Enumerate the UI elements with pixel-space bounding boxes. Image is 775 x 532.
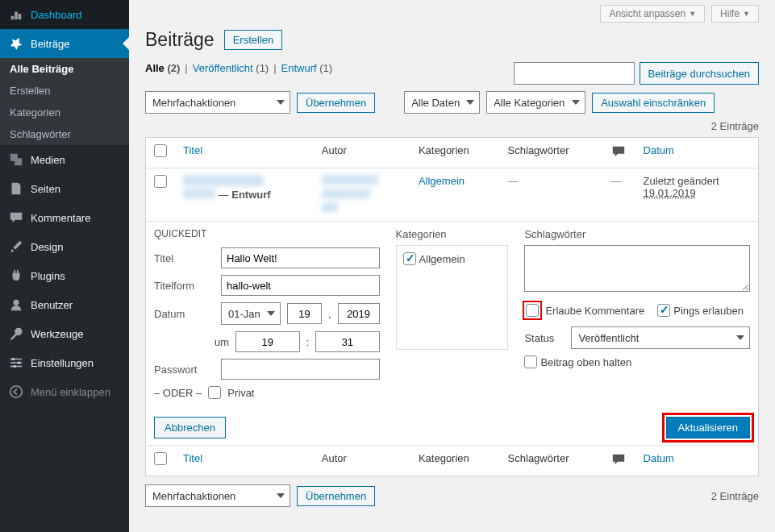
sidebar-item-comments[interactable]: Kommentare (0, 203, 129, 232)
allow-comments-checkbox[interactable] (526, 304, 539, 317)
dashboard-icon (8, 6, 24, 23)
col-categories: Kategorien (410, 138, 500, 168)
item-count: 2 Einträge (711, 120, 759, 132)
categories-label: Kategorien (396, 228, 509, 240)
row-checkbox[interactable] (154, 175, 167, 188)
comments-icon (611, 452, 626, 467)
sidebar-label: Dashboard (31, 9, 82, 21)
cancel-button[interactable]: Abbrechen (154, 417, 226, 438)
sidebar-item-pages[interactable]: Seiten (0, 174, 129, 203)
status-select[interactable]: Veröffentlicht (571, 326, 750, 349)
sidebar-item-settings[interactable]: Einstellungen (0, 348, 129, 377)
allow-comments-label: Erlaube Kommentare (545, 305, 644, 317)
filter-draft[interactable]: Entwurf (1) (281, 62, 333, 74)
brush-icon (8, 239, 24, 255)
sidebar-item-users[interactable]: Benutzer (0, 290, 129, 319)
sidebar-item-plugins[interactable]: Plugins (0, 261, 129, 290)
table-row: xxxxx xxxxxx xx xxxx — Entwurf xxxxxxxx … (146, 168, 759, 222)
col-title[interactable]: Titel (183, 452, 202, 464)
title-input[interactable] (221, 247, 380, 268)
status-filters: Alle (2) | Veröffentlicht (1) | Entwurf … (145, 62, 332, 74)
col-tags: Schlagwörter (500, 138, 603, 168)
item-count-bottom: 2 Einträge (711, 490, 759, 502)
filter-published[interactable]: Veröffentlicht (1) (193, 62, 269, 74)
main-content: Ansicht anpassen▼ Hilfe▼ Beiträge Erstel… (129, 0, 775, 532)
bulk-apply-button[interactable]: Übernehmen (297, 93, 375, 113)
date-prefix: Zuletzt geändert (644, 175, 719, 187)
sticky-label: Beitrag oben halten (540, 356, 631, 368)
screen-options-button[interactable]: Ansicht anpassen▼ (600, 5, 705, 23)
allow-pings-checkbox[interactable] (657, 304, 670, 317)
filter-button[interactable]: Auswahl einschränken (592, 93, 715, 113)
submenu-all-posts[interactable]: Alle Beiträge (0, 58, 129, 80)
month-select[interactable]: 01-Jan (221, 302, 281, 325)
svg-point-7 (10, 386, 22, 397)
help-button[interactable]: Hilfe▼ (711, 5, 759, 23)
author-blurred[interactable]: xxxxxxxx (322, 175, 378, 185)
sidebar-item-media[interactable]: Medien (0, 145, 129, 174)
col-tags: Schlagwörter (500, 446, 603, 476)
password-label: Passwort (154, 364, 215, 376)
bulk-action-select-bottom[interactable]: Mehrfachaktionen (145, 484, 290, 507)
settings-icon (8, 355, 24, 371)
posts-table: Titel Autor Kategorien Schlagwörter Datu… (145, 137, 759, 476)
sticky-checkbox[interactable] (524, 355, 537, 368)
admin-sidebar: Dashboard Beiträge Alle Beiträge Erstell… (0, 0, 129, 532)
sidebar-item-collapse[interactable]: Menü einklappen (0, 377, 129, 406)
date-value: 19.01.2019 (644, 187, 696, 199)
date-filter-select[interactable]: Alle Daten (404, 91, 480, 114)
cat-allgemein-checkbox[interactable] (403, 252, 416, 265)
sidebar-item-tools[interactable]: Werkzeuge (0, 319, 129, 348)
submenu-categories[interactable]: Kategorien (0, 102, 129, 123)
day-input[interactable] (287, 303, 322, 324)
sidebar-label: Seiten (31, 183, 60, 195)
minute-input[interactable] (315, 331, 379, 352)
sidebar-item-posts[interactable]: Beiträge (0, 29, 129, 58)
year-input[interactable] (338, 303, 380, 324)
tags-textarea[interactable] (524, 245, 750, 292)
select-all-checkbox[interactable] (154, 144, 167, 157)
category-link[interactable]: Allgemein (419, 175, 465, 187)
tools-icon (8, 326, 24, 342)
col-title[interactable]: Titel (183, 144, 202, 156)
sidebar-label: Einstellungen (31, 357, 94, 369)
col-date[interactable]: Datum (644, 144, 674, 156)
tags-empty: — (508, 175, 519, 187)
collapse-icon (8, 384, 24, 400)
chevron-down-icon: ▼ (743, 10, 750, 18)
allow-pings-label: Pings erlauben (673, 305, 744, 317)
update-button[interactable]: Aktualisieren (666, 417, 750, 438)
add-new-button[interactable]: Erstellen (224, 30, 283, 50)
search-button[interactable]: Beiträge durchsuchen (640, 62, 759, 85)
svg-point-5 (18, 361, 21, 364)
sidebar-submenu: Alle Beiträge Erstellen Kategorien Schla… (0, 58, 129, 145)
bulk-action-select[interactable]: Mehrfachaktionen (145, 91, 290, 114)
comments-icon (611, 144, 626, 159)
pin-icon (8, 35, 24, 52)
submenu-tags[interactable]: Schlagwörter (0, 123, 129, 145)
submenu-new[interactable]: Erstellen (0, 80, 129, 102)
slug-input[interactable] (221, 275, 380, 296)
search-input[interactable] (514, 62, 635, 85)
tablenav-top: Mehrfachaktionen Übernehmen Alle Daten A… (145, 91, 759, 114)
pages-icon (8, 181, 24, 197)
sidebar-label: Beiträge (31, 38, 69, 50)
filter-all[interactable]: Alle (2) (145, 62, 180, 74)
tablenav-bottom: Mehrfachaktionen Übernehmen 2 Einträge (145, 484, 759, 507)
bulk-apply-button-bottom[interactable]: Übernehmen (297, 486, 375, 506)
sidebar-item-dashboard[interactable]: Dashboard (0, 0, 129, 29)
category-filter-select[interactable]: Alle Kategorien (486, 91, 585, 114)
screen-meta: Ansicht anpassen▼ Hilfe▼ (145, 0, 759, 26)
password-input[interactable] (221, 359, 380, 380)
col-author: Autor (314, 446, 410, 476)
col-date[interactable]: Datum (644, 452, 674, 464)
private-checkbox[interactable] (208, 386, 221, 399)
quick-edit-row: QUICKEDIT Titel Titelform Datum (146, 222, 759, 446)
quickedit-label: QUICKEDIT (154, 228, 380, 239)
hour-input[interactable] (235, 331, 299, 352)
post-title-blurred[interactable]: xxxxx xxxxxx xx (183, 175, 264, 186)
select-all-checkbox-bottom[interactable] (154, 452, 167, 465)
plug-icon (8, 268, 24, 284)
sidebar-label: Design (31, 241, 63, 253)
sidebar-item-design[interactable]: Design (0, 232, 129, 261)
